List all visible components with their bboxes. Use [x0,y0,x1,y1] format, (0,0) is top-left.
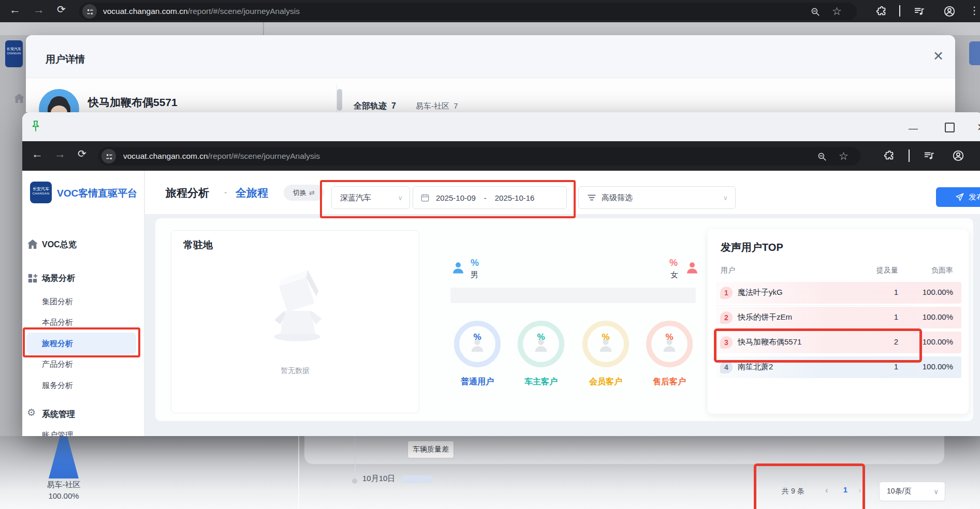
publish-label: 发布 [969,192,980,202]
back-icon[interactable]: ← [32,148,43,160]
user-name[interactable]: 魔法叶子ykG [738,288,783,297]
tab-yiche-label: 易车-社区 [416,101,449,110]
modal-username: 快马加鞭布偶5571 [88,95,178,110]
maximize-button[interactable] [945,123,955,132]
advanced-filter-label: 高级筛选 [602,193,633,203]
user-detail-modal: 用户详情 ✕ 快马加鞭布偶5571 全部轨迹 7 易车-社区 7 [26,35,955,112]
modal-scrollbar-thumb[interactable] [337,89,342,111]
extensions-icon[interactable] [884,150,895,161]
tab-yiche-count: 7 [454,101,458,110]
bookmark-star-icon[interactable]: ☆ [832,6,842,17]
gender-ratio-bar [450,288,696,303]
url-host[interactable]: vocuat.changan.com.cn [103,7,188,16]
url-path[interactable]: /report/#/scene/journeyAnalysis [188,7,300,16]
back-icon[interactable]: ← [9,4,21,16]
sidebar-item-system-management[interactable]: 系统管理 [42,409,75,420]
sidebar-item-product-analysis[interactable]: 产品分析 [42,360,73,369]
publish-button[interactable]: 发布 [936,187,980,207]
front-url-bar[interactable]: vocuat.changan.com.cn/report/#/scene/jou… [98,147,860,166]
timeline-mini-pill [402,475,433,483]
segment-percent: % [518,332,564,342]
media-controls-icon[interactable] [923,150,935,161]
back-divider-line [298,436,299,509]
logo-line2: CHANGAN [30,192,52,195]
mentions-value: 1 [867,312,898,321]
page-title: 旅程分析 [166,186,209,200]
url-host[interactable]: vocuat.changan.com.cn [123,152,208,161]
home-icon [27,239,38,249]
publish-button-back-sliver [969,41,980,65]
col-mentions: 提及量 [851,266,898,275]
sidebar-item-scene-analysis[interactable]: 场景分析 [42,273,75,284]
screen: ← → ⟳ vocuat.changan.com.cn/report/#/sce… [0,0,980,509]
table-row[interactable]: 1 魔法叶子ykG 1 100.00% [716,282,961,304]
switch-label: 切换 [293,188,306,198]
menu-dots-icon[interactable]: ⋮ [969,5,979,16]
residence-card: 常驻地 暂无数据 [171,230,419,413]
sidebar-item-service-analysis[interactable]: 服务分析 [42,381,73,391]
reload-icon[interactable]: ⟳ [57,4,66,14]
minimize-button[interactable]: — [909,124,918,133]
profile-icon[interactable] [952,149,964,162]
pin-icon[interactable] [29,119,42,133]
zoom-icon[interactable] [810,7,821,17]
modal-tab-yiche[interactable]: 易车-社区 7 [416,101,458,111]
profile-icon[interactable] [943,5,956,18]
url-path[interactable]: /report/#/scene/journeyAnalysis [208,152,320,161]
modal-title: 用户详情 [46,53,85,66]
page-size-select[interactable]: 10条/页 ∨ [879,482,945,501]
front-browser-toolbar: ← → ⟳ vocuat.changan.com.cn/report/#/sce… [22,141,980,171]
site-settings-icon[interactable] [85,7,95,17]
sidebar-item-account-management[interactable]: 账户管理 [42,430,73,436]
close-button[interactable]: ✕ [977,122,980,132]
front-titlebar[interactable]: — ✕ [22,112,980,141]
zoom-icon[interactable] [817,152,827,162]
media-controls-icon[interactable] [913,6,926,17]
mentions-value: 1 [867,362,898,371]
back-page-strip [0,22,980,35]
top-users-card: 发声用户TOP 用户 提及量 负面率 1 魔法叶子ykG 1 100.00% 2… [708,229,969,414]
back-page-divider [263,22,264,35]
female-icon [685,261,699,275]
forward-icon[interactable]: → [33,4,45,16]
segment-label-owner: 车主客户 [510,377,572,387]
sidebar-item-voc-overview[interactable]: VOC总览 [42,239,77,250]
negative-value: 100.00% [906,312,953,321]
sidebar-item-product-self-analysis[interactable]: 本品分析 [42,318,73,327]
gear-icon: ⚙ [27,408,36,417]
sidebar-item-group-analysis[interactable]: 集团分析 [42,297,73,307]
page-subtitle[interactable]: 全旅程 [236,186,268,200]
changan-logo-back: 长安汽车 CHANGAN [5,40,23,67]
female-label: 女 [670,270,678,280]
annotation-pagination [754,463,865,509]
modal-header: 用户详情 ✕ [26,35,955,78]
logo-line1: 长安汽车 [5,47,23,52]
modal-tab-all[interactable]: 全部轨迹 7 [354,101,396,112]
male-label: 男 [471,270,478,280]
segment-percent: % [454,332,501,342]
modal-close-icon[interactable]: ✕ [933,50,944,63]
annotation-filters [320,180,576,218]
switch-button[interactable]: 切换 ⇄ [284,185,324,201]
timeline-line [355,436,356,480]
advanced-filter-select[interactable]: 高级筛选 ∨ [578,186,736,209]
chevron-down-icon: ∨ [933,488,939,495]
reload-icon[interactable]: ⟳ [78,148,86,159]
segment-percent: % [582,332,629,342]
mentions-value: 1 [867,288,898,296]
table-row[interactable]: 2 快乐的饼干zEm 1 100.00% [716,307,961,328]
user-name[interactable]: 南笙北萧2 [738,362,773,372]
back-url-bar[interactable]: vocuat.changan.com.cn/report/#/scene/jou… [79,3,857,20]
site-settings-icon[interactable] [104,152,114,162]
chevron-down-icon: ∨ [723,194,728,201]
annotation-top-user-row [714,328,922,363]
user-name[interactable]: 快乐的饼干zEm [738,312,792,322]
topic-tag[interactable]: 车辆质量差 [407,441,454,458]
residence-title: 常驻地 [183,238,213,252]
segment-label-aftersales: 售后客户 [638,377,700,387]
tab-all-label: 全部轨迹 [354,101,387,110]
empty-box-illustration [258,267,336,345]
extensions-icon[interactable] [876,6,887,17]
bookmark-star-icon[interactable]: ☆ [839,151,849,161]
forward-icon[interactable]: → [54,148,66,160]
